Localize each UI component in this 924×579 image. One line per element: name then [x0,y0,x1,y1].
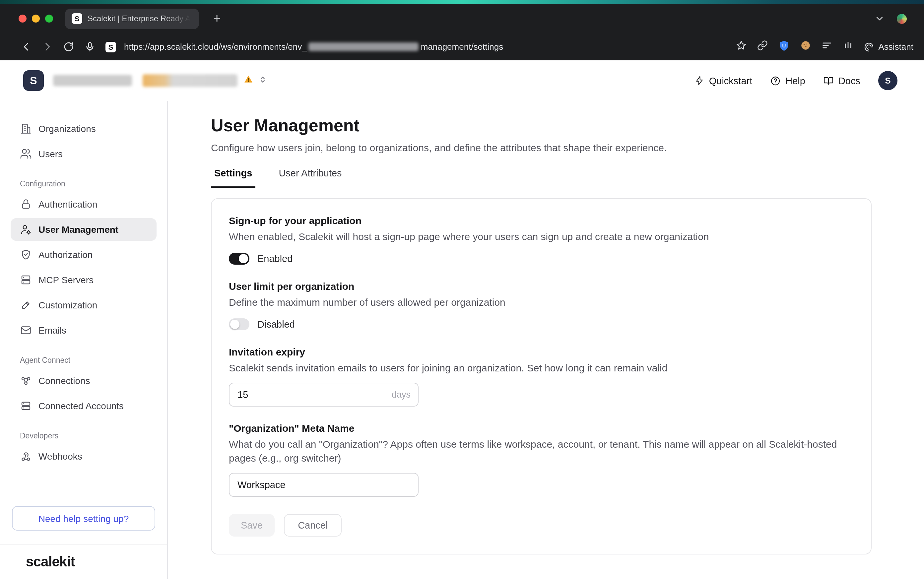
page-title: User Management [211,114,924,137]
sidebar-section-developers: Developers [20,432,157,440]
browser-window: S Scalekit | Enterprise Ready A + S http… [0,0,924,579]
signup-toggle[interactable] [229,253,249,265]
settings-card: Sign-up for your application When enable… [211,198,872,554]
sidebar-item-users[interactable]: Users [11,142,157,165]
help-circle-icon [770,75,781,86]
tab-user-attributes[interactable]: User Attributes [275,168,345,188]
mail-icon [20,324,32,336]
reload-button[interactable] [59,38,78,56]
user-limit-toggle-label: Disabled [257,319,295,330]
url-bar[interactable]: https://app.scalekit.cloud/ws/environmen… [124,42,503,52]
sidebar-section-agent-connect: Agent Connect [20,356,157,364]
tab-bar: Settings User Attributes [211,168,924,188]
invitation-expiry-input[interactable] [229,383,419,407]
signup-title: Sign-up for your application [229,215,854,226]
assistant-button[interactable]: Assistant [864,41,914,52]
connected-accounts-icon [20,400,32,412]
invitation-expiry-desc: Scalekit sends invitation emails to user… [229,361,854,375]
webhook-icon [20,450,32,462]
docs-book-icon [823,75,834,86]
browser-toolbar: S https://app.scalekit.cloud/ws/environm… [0,33,924,61]
close-window-button[interactable] [19,15,26,23]
sidebar-section-configuration: Configuration [20,180,157,188]
assistant-swirl-icon [864,41,875,52]
page-subtitle: Configure how users join, belong to orga… [211,142,924,153]
tab-settings[interactable]: Settings [211,168,255,188]
invitation-expiry-section: Invitation expiry Scalekit sends invitat… [229,346,854,407]
organizations-icon [20,123,32,135]
quickstart-link[interactable]: Quickstart [695,75,752,86]
copy-link-icon[interactable] [757,40,769,54]
docs-link[interactable]: Docs [823,75,860,86]
sidebar-item-authentication[interactable]: Authentication [11,193,157,216]
brush-icon [20,299,32,311]
tab-strip: S Scalekit | Enterprise Ready A + [0,4,924,33]
adblock-shield-icon[interactable]: U [778,39,790,54]
assistant-label: Assistant [878,42,914,52]
sidebar-item-authorization[interactable]: Authorization [11,244,157,266]
window-top-gradient [0,0,924,4]
back-button[interactable] [16,38,35,56]
forward-button[interactable] [38,38,56,56]
browser-profile-icon[interactable] [897,14,907,23]
signup-desc: When enabled, Scalekit will host a sign-… [229,229,854,244]
invitation-expiry-title: Invitation expiry [229,346,854,358]
signup-section: Sign-up for your application When enable… [229,215,854,265]
org-meta-input[interactable] [229,473,419,497]
need-help-button[interactable]: Need help setting up? [12,506,155,531]
invitation-expiry-unit: days [392,390,410,400]
window-controls [19,15,53,23]
reader-list-icon[interactable] [821,40,833,54]
user-avatar[interactable]: S [878,71,898,90]
sidebar-item-connections[interactable]: Connections [11,370,157,392]
sidebar-item-user-management[interactable]: User Management [11,218,157,241]
sidebar-item-organizations[interactable]: Organizations [11,118,157,140]
bookmark-star-icon[interactable] [736,40,747,54]
redacted-environment-badge [142,74,237,87]
cancel-button[interactable]: Cancel [284,514,342,536]
org-meta-section: "Organization" Meta Name What do you cal… [229,422,854,497]
user-limit-toggle[interactable] [229,318,249,330]
sidebar-item-emails[interactable]: Emails [11,319,157,342]
users-icon [20,148,32,160]
sidebar-item-connected-accounts[interactable]: Connected Accounts [11,395,157,417]
url-suffix: management/settings [421,42,504,52]
microphone-icon[interactable] [80,38,99,56]
redacted-workspace-name [53,75,132,86]
scalekit-favicon-icon: S [72,13,82,24]
url-favicon-icon: S [105,41,116,52]
warning-icon [244,74,253,87]
connections-icon [20,375,32,387]
main-content: User Management Configure how users join… [168,101,924,579]
tab-search-chevron-icon[interactable] [874,13,885,24]
scalekit-logo: S [23,70,44,91]
browser-tab[interactable]: S Scalekit | Enterprise Ready A [65,8,199,29]
user-limit-section: User limit per organization Define the m… [229,281,854,330]
server-icon [20,274,32,286]
sidebar-footer: scalekit [0,545,167,579]
app-header: S Quickstart Help Docs S [0,61,924,101]
minimize-window-button[interactable] [32,15,40,23]
save-button[interactable]: Save [229,514,275,536]
user-limit-desc: Define the maximum number of users allow… [229,295,854,309]
equalizer-icon[interactable] [843,40,854,54]
org-meta-title: "Organization" Meta Name [229,422,854,434]
lightning-icon [695,75,705,85]
redacted-environment-id [309,43,419,51]
signup-toggle-label: Enabled [257,254,293,264]
sidebar-item-mcp-servers[interactable]: MCP Servers [11,268,157,291]
new-tab-button[interactable]: + [208,10,226,27]
lock-icon [20,198,32,210]
cookie-extension-icon[interactable] [800,40,811,54]
help-link[interactable]: Help [770,75,805,86]
svg-text:U: U [782,43,786,48]
user-limit-title: User limit per organization [229,281,854,292]
environment-switcher-chevrons-icon[interactable] [258,75,267,87]
sidebar: Organizations Users Configuration Authen… [0,101,168,579]
shield-check-icon [20,249,32,261]
sidebar-item-customization[interactable]: Customization [11,294,157,316]
zoom-window-button[interactable] [45,15,53,23]
org-meta-desc: What do you call an "Organization"? Apps… [229,437,854,465]
scalekit-wordmark: scalekit [26,554,75,569]
sidebar-item-webhooks[interactable]: Webhooks [11,445,157,468]
